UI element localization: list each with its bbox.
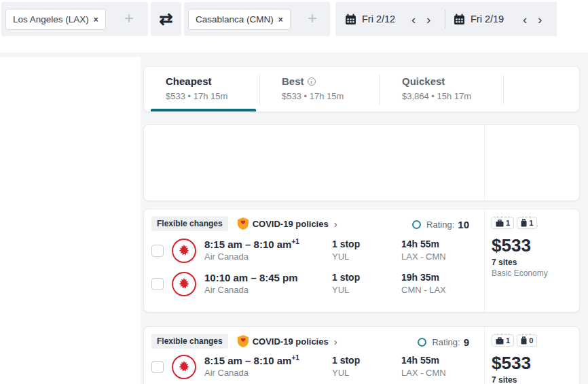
tab-quickest-summary: $3,864 • 15h 17m: [402, 91, 504, 101]
depart-prev-icon[interactable]: ‹: [409, 13, 418, 26]
result-card-header: Flexible changes COVID-19 policies › Rat…: [151, 216, 476, 231]
flight-search-page: Los Angeles (LAX) × + ⇄ Casablanca (CMN)…: [0, 0, 588, 384]
carry-on-badge: 1: [492, 334, 514, 347]
flight-leg-outbound: 8:15 am – 8:10 am+1 Air Canada 1 stop YU…: [144, 354, 483, 383]
tab-best-label: Best: [282, 75, 304, 87]
leg-duration: 19h 35m: [401, 272, 439, 283]
tab-quickest[interactable]: Quickest $3,864 • 15h 17m: [380, 67, 504, 111]
price-column-divider: [484, 125, 485, 200]
destination-chip[interactable]: Casablanca (CMN) ×: [188, 9, 291, 30]
carry-on-badge: 1: [492, 217, 514, 229]
tab-quickest-label: Quickest: [402, 75, 504, 87]
header-divider-band: [0, 52, 588, 57]
rating-circle-icon: [418, 338, 426, 347]
leg-times: 10:10 am – 8:45 pm: [204, 272, 298, 283]
origin-field[interactable]: Los Angeles (LAX) × +: [1, 2, 148, 36]
leg-stops: 1 stop: [332, 239, 360, 249]
flexible-changes-badge: Flexible changes: [151, 216, 228, 231]
sites-count: 7 sites: [492, 258, 517, 267]
sites-count: 7 sites: [492, 375, 517, 384]
covid-shield-icon: [238, 335, 249, 347]
flexible-changes-badge: Flexible changes: [151, 334, 228, 349]
leg-checkbox[interactable]: [151, 245, 164, 257]
briefcase-icon: [496, 220, 504, 227]
calendar-icon: [345, 14, 356, 25]
air-canada-logo: [172, 272, 196, 296]
return-next-icon[interactable]: ›: [535, 13, 545, 26]
tab-divider: [503, 75, 504, 105]
destination-chip-label: Casablanca (CMN): [196, 14, 274, 24]
swap-arrows-icon: ⇄: [159, 11, 172, 27]
depart-date-button[interactable]: Fri 2/12: [345, 2, 395, 36]
briefcase-icon: [496, 337, 504, 345]
air-canada-logo: [172, 239, 196, 263]
plus-days: +1: [291, 354, 299, 362]
tab-cheapest[interactable]: Cheapest $533 • 17h 15m: [144, 67, 260, 111]
origin-chip-label: Los Angeles (LAX): [13, 14, 89, 24]
destination-add-icon[interactable]: +: [308, 10, 317, 27]
leg-duration: 14h 55m: [401, 355, 439, 366]
covid-shield-icon: [238, 217, 249, 230]
leg-route: CMN - LAX: [401, 285, 446, 295]
leg-stop-airport: YUL: [332, 368, 349, 378]
fare-class: Basic Economy: [492, 268, 548, 278]
active-tab-underline: [151, 109, 256, 111]
dates-divider: [445, 10, 445, 29]
info-icon[interactable]: i: [308, 77, 316, 86]
leg-airline: Air Canada: [204, 251, 249, 262]
result-card-header: Flexible changes COVID-19 policies › Rat…: [151, 334, 476, 349]
chevron-right-icon: ›: [334, 336, 337, 347]
destination-remove-icon[interactable]: ×: [278, 15, 283, 24]
plus-days: +1: [291, 238, 299, 245]
price[interactable]: $533: [492, 235, 531, 256]
result-card[interactable]: Flexible changes COVID-19 policies › Rat…: [143, 326, 580, 384]
rating-value: 9: [464, 336, 469, 348]
leg-duration: 14h 55m: [401, 239, 439, 249]
air-canada-logo: [172, 355, 196, 379]
price-column: 1 1 $533 7 sites Basic Economy: [484, 209, 581, 312]
suitcase-icon: [521, 219, 527, 227]
calendar-icon: [454, 14, 465, 25]
origin-remove-icon[interactable]: ×: [94, 15, 98, 24]
leg-route: LAX - CMN: [401, 251, 446, 262]
return-prev-icon[interactable]: ‹: [520, 13, 530, 26]
leg-checkbox[interactable]: [151, 278, 164, 290]
checked-bag-count: 1: [529, 219, 533, 227]
tab-best[interactable]: Best i $533 • 17h 15m: [260, 67, 380, 111]
rating-value: 10: [458, 219, 469, 230]
leg-stop-airport: YUL: [332, 285, 349, 295]
depart-next-icon[interactable]: ›: [424, 13, 433, 26]
search-bar: Los Angeles (LAX) × + ⇄ Casablanca (CMN)…: [0, 0, 588, 39]
tab-best-summary: $533 • 17h 15m: [282, 91, 380, 101]
placeholder-card: [143, 124, 580, 201]
origin-add-icon[interactable]: +: [124, 10, 134, 27]
rating-label: Rating:: [426, 220, 454, 230]
depart-date-label: Fri 2/12: [362, 14, 395, 24]
sort-tabs: Cheapest $533 • 17h 15m Best i $533 • 17…: [143, 66, 580, 112]
price[interactable]: $533: [492, 353, 531, 374]
origin-chip[interactable]: Los Angeles (LAX) ×: [5, 9, 106, 30]
leg-times: 8:15 am – 8:10 am: [204, 239, 291, 250]
swap-button[interactable]: ⇄: [151, 2, 181, 36]
leg-checkbox[interactable]: [151, 361, 164, 373]
covid-policies-link[interactable]: COVID-19 policies: [253, 336, 329, 347]
leg-stops: 1 stop: [332, 355, 360, 366]
leg-airline: Air Canada: [204, 285, 249, 295]
leg-route: LAX - CMN: [401, 368, 446, 378]
tab-cheapest-label: Cheapest: [166, 75, 260, 87]
result-card[interactable]: Flexible changes COVID-19 policies › Rat…: [143, 209, 580, 313]
leg-stops: 1 stop: [332, 272, 360, 283]
dates-field: Fri 2/12 ‹ › Fri 2/19 ‹ ›: [335, 2, 557, 36]
suitcase-icon: [521, 336, 527, 345]
covid-policies-link[interactable]: COVID-19 policies: [253, 219, 329, 229]
destination-field[interactable]: Casablanca (CMN) × +: [184, 2, 330, 36]
price-column: 1 0 $533 7 sites: [484, 327, 581, 384]
rating-circle-icon: [412, 220, 421, 229]
carry-on-count: 1: [506, 219, 510, 227]
checked-bag-count: 0: [529, 336, 533, 345]
carry-on-count: 1: [506, 336, 510, 345]
return-date-button[interactable]: Fri 2/19: [454, 2, 504, 36]
chevron-right-icon: ›: [334, 218, 337, 230]
return-date-label: Fri 2/19: [471, 14, 504, 24]
leg-times: 8:15 am – 8:10 am: [204, 355, 291, 366]
